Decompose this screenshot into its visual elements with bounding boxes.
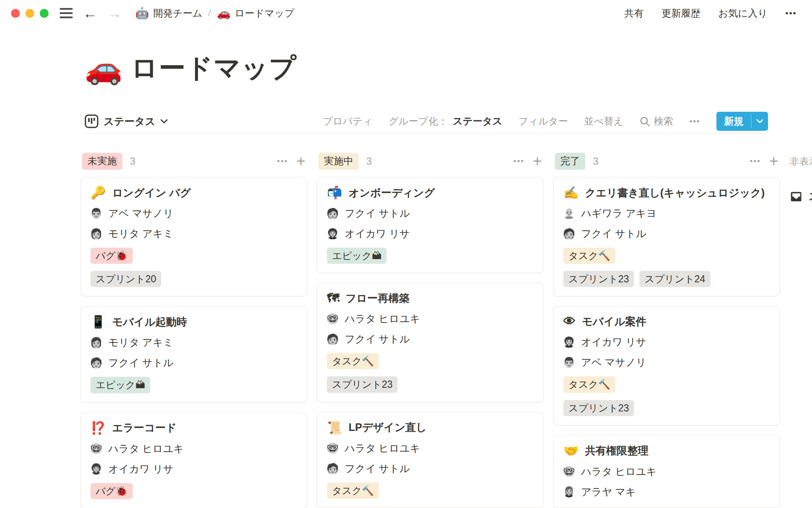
tag-pill: エピック🏔: [91, 377, 150, 393]
window-topbar: ← → 🤖 開発チーム / 🚗 ロードマップ 共有 更新履歴 お気に入り •••: [0, 0, 812, 26]
card-emoji-icon: 👁: [563, 315, 576, 329]
person-name: オイカワ リサ: [581, 335, 646, 349]
group-by-button[interactable]: グループ化： ステータス: [389, 115, 502, 128]
sidebar-toggle-icon[interactable]: [60, 8, 73, 18]
kanban-card[interactable]: ⁉️エラーコード🤓ハラタ ヒロユキ👩‍🦱オイカワ リサバグ🐞: [80, 412, 307, 508]
person-avatar: 👨: [563, 357, 575, 368]
person-name: フクイ サトル: [345, 207, 410, 220]
column-add-icon[interactable]: +: [296, 154, 305, 169]
column-status-pill[interactable]: 実施中: [318, 153, 359, 169]
view-tab-status[interactable]: ステータス: [85, 114, 168, 128]
person-name: モリタ アキミ: [108, 336, 173, 349]
person-name: フクイ サトル: [345, 332, 410, 346]
board-column-in-progress: 実施中3•••+📬オンボーディング🧑フクイ サトル👩‍🦱オイカワ リサエピック🏔…: [317, 152, 543, 508]
board: 未実施3•••+🔑ロングイン バグ👨アベ マサノリ👩モリタ アキミバグ🐞スプリン…: [80, 152, 812, 508]
card-tag-row: タスク🔨: [563, 248, 770, 264]
kanban-card[interactable]: 📬オンボーディング🧑フクイ サトル👩‍🦱オイカワ リサエピック🏔: [317, 177, 543, 273]
card-title-row: 🤝共有権限整理: [563, 444, 770, 458]
column-add-icon[interactable]: +: [769, 154, 778, 169]
person-avatar: 👨‍🦲: [563, 208, 575, 219]
close-window-button[interactable]: [11, 9, 20, 18]
card-person-row: 🤓ハラタ ヒロユキ: [563, 465, 770, 478]
inbox-icon: [790, 190, 803, 203]
column-add-icon[interactable]: +: [533, 154, 542, 169]
card-emoji-icon: 📜: [327, 420, 342, 435]
filter-button[interactable]: フィルター: [518, 115, 568, 128]
kanban-card[interactable]: 🗺フロー再構築🤓ハラタ ヒロユキ🧑フクイ サトルタスク🔨スプリント23: [317, 283, 543, 402]
person-avatar: 🧑: [91, 357, 102, 369]
card-title-text: モバイル起動時: [112, 315, 187, 329]
person-name: フクイ サトル: [345, 462, 410, 475]
person-name: ハギワラ アキヨ: [581, 207, 657, 220]
breadcrumb-page[interactable]: 🚗 ロードマップ: [214, 6, 297, 21]
kanban-card[interactable]: 🤝共有権限整理🤓ハラタ ヒロユキ👩‍🦰アラヤ マキ: [553, 435, 780, 508]
card-person-row: 🤓ハラタ ヒロユキ: [91, 442, 297, 456]
toolbar-controls: プロパティ グループ化： ステータス フィルター 並べ替え 検索 ••• 新規: [323, 112, 768, 131]
page-icon-car[interactable]: 🚗: [85, 53, 123, 83]
person-name: オイカワ リサ: [108, 462, 173, 476]
breadcrumb-team[interactable]: 🤖 開発チーム: [133, 6, 205, 21]
properties-button[interactable]: プロパティ: [323, 115, 373, 128]
card-emoji-icon: 📬: [327, 185, 342, 200]
sort-button[interactable]: 並べ替え: [584, 115, 623, 128]
person-avatar: 👩‍🦱: [327, 228, 338, 240]
person-name: モリタ アキミ: [108, 227, 173, 240]
new-button-label[interactable]: 新規: [716, 112, 751, 131]
person-avatar: 👩: [91, 228, 102, 240]
card-title-row: 🔑ロングイン バグ: [91, 185, 297, 200]
person-avatar: 👩‍🦰: [563, 486, 575, 497]
page-title[interactable]: ロードマップ: [131, 50, 296, 86]
kanban-card[interactable]: 📱モバイル起動時👩モリタ アキミ🧑フクイ サトルエピック🏔: [80, 306, 307, 402]
search-button[interactable]: 検索: [639, 115, 673, 128]
zoom-window-button[interactable]: [40, 9, 49, 18]
new-button[interactable]: 新規: [716, 112, 768, 131]
group-by-label: グループ化：: [389, 115, 448, 128]
card-person-row: 🤓ハラタ ヒロユキ: [327, 312, 533, 326]
card-person-row: 👩‍🦰アラヤ マキ: [563, 485, 770, 499]
topbar-actions: 共有 更新履歴 お気に入り •••: [624, 7, 797, 20]
card-title-text: フロー再構築: [346, 291, 409, 305]
car-icon: 🚗: [217, 7, 230, 20]
breadcrumb-page-label: ロードマップ: [235, 7, 294, 20]
updates-button[interactable]: 更新履歴: [661, 7, 700, 20]
card-person-row: 👩モリタ アキミ: [91, 336, 297, 349]
new-button-chevron-icon[interactable]: [752, 112, 768, 131]
minimize-window-button[interactable]: [25, 9, 34, 18]
card-person-row: 🧑フクイ サトル: [327, 332, 533, 346]
hidden-group-item[interactable]: ス: [790, 190, 812, 203]
person-avatar: 🧑: [327, 208, 338, 219]
person-name: アベ マサノリ: [581, 356, 646, 369]
kanban-card[interactable]: 👁モバイル案件👩‍🦱オイカワ リサ👨アベ マサノリタスク🔨スプリント23: [553, 306, 780, 425]
person-avatar: 👩‍🦱: [91, 463, 102, 475]
card-title-text: エラーコード: [112, 421, 176, 435]
column-status-pill[interactable]: 未実施: [82, 153, 122, 169]
back-arrow-icon[interactable]: ←: [83, 6, 97, 20]
share-button[interactable]: 共有: [624, 7, 644, 20]
column-more-icon[interactable]: •••: [750, 157, 761, 166]
column-more-icon[interactable]: •••: [513, 157, 524, 166]
person-name: オイカワ リサ: [345, 227, 410, 240]
view-tab-label: ステータス: [104, 115, 155, 128]
column-more-icon[interactable]: •••: [277, 157, 288, 166]
card-tag-row: タスク🔨: [563, 376, 770, 392]
card-person-row: 👩‍🦱オイカワ リサ: [91, 462, 297, 476]
column-count: 3: [593, 155, 598, 167]
card-emoji-icon: 🔑: [91, 185, 106, 200]
toolbar-more-icon[interactable]: •••: [689, 117, 700, 126]
person-avatar: 🧑: [327, 463, 338, 474]
tag-pill: タスク🔨: [327, 483, 379, 499]
card-tag-row: バグ🐞: [91, 483, 297, 499]
kanban-card[interactable]: ✍️クエリ書き直し(キャッシュロジック)👨‍🦲ハギワラ アキヨ🧑フクイ サトルタ…: [553, 177, 780, 296]
board-view-icon: [85, 114, 99, 128]
person-avatar: 👨: [91, 208, 102, 219]
kanban-card[interactable]: 📜LPデザイン直し🤓ハラタ ヒロユキ🧑フクイ サトルタスク🔨: [317, 412, 543, 508]
column-status-pill[interactable]: 完了: [555, 153, 585, 169]
more-options-icon[interactable]: •••: [785, 8, 797, 18]
card-title-text: モバイル案件: [582, 315, 646, 329]
card-tag-row: エピック🏔: [91, 377, 297, 393]
forward-arrow-icon: →: [107, 6, 122, 20]
person-avatar: 👩: [91, 337, 102, 348]
card-person-row: 🧑フクイ サトル: [91, 356, 297, 370]
favorite-button[interactable]: お気に入り: [718, 7, 768, 20]
kanban-card[interactable]: 🔑ロングイン バグ👨アベ マサノリ👩モリタ アキミバグ🐞スプリント20: [80, 177, 307, 296]
